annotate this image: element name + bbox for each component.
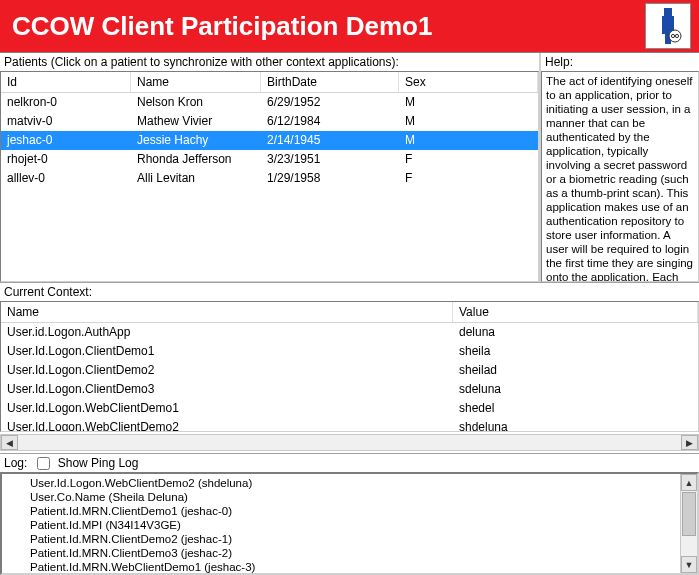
table-cell: User.Id.Logon.ClientDemo3 [1,380,453,399]
show-ping-log-checkbox[interactable]: Show Ping Log [37,456,138,470]
table-cell: jeshac-0 [1,131,131,150]
table-cell: Jessie Hachy [131,131,261,150]
table-row[interactable]: nelkron-0Nelson Kron6/29/1952M [1,93,538,112]
log-section: Log: Show Ping Log User.Id.Logon.WebClie… [0,453,699,575]
context-hscrollbar[interactable]: ◀ ▶ [0,434,699,451]
table-cell: M [399,131,538,150]
table-row[interactable]: User.Id.Logon.ClientDemo2sheilad [1,361,698,380]
table-cell: 3/23/1951 [261,150,399,169]
table-cell: alllev-0 [1,169,131,188]
table-cell: 1/29/1958 [261,169,399,188]
table-row[interactable]: User.Id.Logon.WebClientDemo2shdeluna [1,418,698,431]
table-row[interactable]: jeshac-0Jessie Hachy2/14/1945M [1,131,538,150]
table-cell: matviv-0 [1,112,131,131]
log-label: Log: [4,456,27,470]
table-row[interactable]: User.Id.Logon.ClientDemo3sdeluna [1,380,698,399]
context-section: Current Context: Name Value User.id.Logo… [0,282,699,453]
context-col-name[interactable]: Name [1,302,453,322]
show-ping-log-input[interactable] [37,457,50,470]
scroll-right-icon[interactable]: ▶ [681,435,698,450]
scroll-up-icon[interactable]: ▲ [681,474,697,491]
table-row[interactable]: alllev-0Alli Levitan1/29/1958F [1,169,538,188]
patients-label: Patients (Click on a patient to synchron… [0,53,539,71]
table-cell: sheila [453,342,698,361]
table-cell: nelkron-0 [1,93,131,112]
table-cell: Nelson Kron [131,93,261,112]
table-cell: 6/29/1952 [261,93,399,112]
scroll-left-icon[interactable]: ◀ [1,435,18,450]
app-logo-icon [645,3,691,49]
table-row[interactable]: matviv-0Mathew Vivier6/12/1984M [1,112,538,131]
table-cell: M [399,93,538,112]
table-row[interactable]: User.id.Logon.AuthAppdeluna [1,323,698,342]
table-cell: sheilad [453,361,698,380]
context-grid[interactable]: Name Value User.id.Logon.AuthAppdelunaUs… [0,301,699,432]
table-cell: shedel [453,399,698,418]
context-grid-body: User.id.Logon.AuthAppdelunaUser.Id.Logon… [1,323,698,431]
patients-col-birth[interactable]: BirthDate [261,72,399,92]
table-cell: 6/12/1984 [261,112,399,131]
table-row[interactable]: rhojet-0Rhonda Jefferson3/23/1951F [1,150,538,169]
log-box[interactable]: User.Id.Logon.WebClientDemo2 (shdeluna) … [0,472,699,575]
table-cell: User.id.Logon.AuthApp [1,323,453,342]
scroll-down-icon[interactable]: ▼ [681,556,697,573]
svg-rect-0 [664,8,672,16]
table-cell: sdeluna [453,380,698,399]
log-vscrollbar[interactable]: ▲ ▼ [680,474,697,573]
help-text: The act of identifying oneself to an app… [541,71,699,282]
log-header: Log: Show Ping Log [0,454,699,472]
help-label: Help: [541,53,699,71]
table-cell: F [399,169,538,188]
patients-col-id[interactable]: Id [1,72,131,92]
patients-col-sex[interactable]: Sex [399,72,538,92]
log-content: User.Id.Logon.WebClientDemo2 (shdeluna) … [2,474,697,575]
table-cell: shdeluna [453,418,698,431]
patients-col-name[interactable]: Name [131,72,261,92]
title-bar: CCOW Client Participation Demo1 [0,0,699,52]
table-cell: F [399,150,538,169]
patients-grid-body: nelkron-0Nelson Kron6/29/1952Mmatviv-0Ma… [1,93,538,188]
table-cell: User.Id.Logon.WebClientDemo2 [1,418,453,431]
patients-grid-header: Id Name BirthDate Sex [1,72,538,93]
context-grid-header: Name Value [1,302,698,323]
table-cell: Rhonda Jefferson [131,150,261,169]
table-cell: User.Id.Logon.ClientDemo2 [1,361,453,380]
table-cell: 2/14/1945 [261,131,399,150]
app-title: CCOW Client Participation Demo1 [12,11,432,42]
show-ping-log-label: Show Ping Log [58,456,139,470]
table-cell: rhojet-0 [1,150,131,169]
app-window: CCOW Client Participation Demo1 Patients… [0,0,699,575]
table-row[interactable]: User.Id.Logon.ClientDemo1sheila [1,342,698,361]
table-cell: Mathew Vivier [131,112,261,131]
scroll-thumb[interactable] [682,492,696,536]
context-label: Current Context: [0,283,699,301]
upper-pane: Patients (Click on a patient to synchron… [0,52,699,282]
patients-grid[interactable]: Id Name BirthDate Sex nelkron-0Nelson Kr… [0,71,539,282]
patients-section: Patients (Click on a patient to synchron… [0,53,541,282]
table-row[interactable]: User.Id.Logon.WebClientDemo1shedel [1,399,698,418]
table-cell: User.Id.Logon.WebClientDemo1 [1,399,453,418]
table-cell: Alli Levitan [131,169,261,188]
help-section: Help: The act of identifying oneself to … [541,53,699,282]
context-col-value[interactable]: Value [453,302,698,322]
table-cell: deluna [453,323,698,342]
table-cell: M [399,112,538,131]
table-cell: User.Id.Logon.ClientDemo1 [1,342,453,361]
